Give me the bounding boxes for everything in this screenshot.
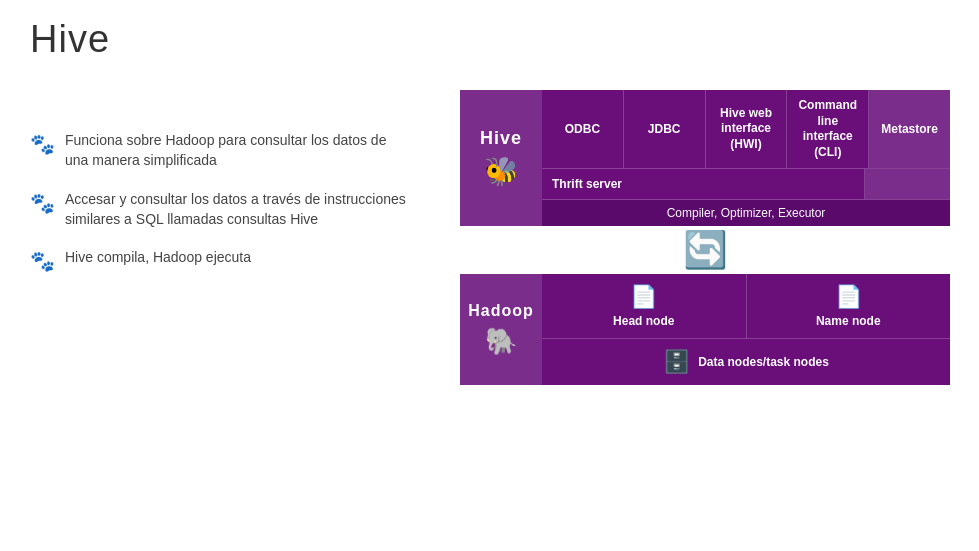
thrift-row: Thrift server [542,169,950,200]
head-node-icon: 📄 [630,284,657,310]
hwi-cell-content: Hive web interface (HWI) [720,106,772,153]
head-node-cell: 📄 Head node [542,274,747,338]
bullet-icon-3: 🐾 [30,249,55,273]
page-title: Hive [30,18,110,61]
bee-icon: 🐝 [484,155,519,188]
architecture-diagram: Hive 🐝 ODBC JDBC Hive web interface (HWI… [460,90,950,385]
bullet-text-3: Hive compila, Hadoop ejecuta [65,247,251,267]
hadoop-top-row: 📄 Head node 📄 Name node [542,274,950,339]
metastore-cell: Metastore [869,90,950,168]
hwi-subtitle: interface [721,121,771,137]
metastore-spacer [865,169,950,199]
compiler-row: Compiler, Optimizer, Executor [542,200,950,226]
bullet-text-1: Funciona sobre Hadoop para consultar los… [65,130,410,171]
hwi-title: Hive web [720,106,772,122]
hive-label-box: Hive 🐝 [460,90,542,226]
compiler-text: Compiler, Optimizer, Executor [667,206,826,220]
bullets-section: 🐾 Funciona sobre Hadoop para consultar l… [30,130,410,291]
name-node-icon: 📄 [835,284,862,310]
hadoop-section: Hadoop 🐘 📄 Head node 📄 Name node 🗄️ Data… [460,274,950,385]
bullet-text-2: Accesar y consultar los datos a través d… [65,189,410,230]
cli-cell: Command line interface (CLI) [787,90,869,168]
hive-label: Hive [480,128,522,149]
cli-subtitle: line [817,114,838,130]
odbc-cell: ODBC [542,90,624,168]
data-nodes-row: 🗄️ Data nodes/task nodes [542,339,950,385]
hadoop-content: 📄 Head node 📄 Name node 🗄️ Data nodes/ta… [542,274,950,385]
hadoop-label: Hadoop [468,302,534,320]
elephant-icon: 🐘 [485,326,517,357]
list-item: 🐾 Accesar y consultar los datos a través… [30,189,410,230]
head-node-label: Head node [613,314,674,328]
cli-subtitle2: interface [803,129,853,145]
list-item: 🐾 Funciona sobre Hadoop para consultar l… [30,130,410,171]
list-item: 🐾 Hive compila, Hadoop ejecuta [30,247,410,273]
cli-abbr: (CLI) [814,145,841,161]
hive-section: Hive 🐝 ODBC JDBC Hive web interface (HWI… [460,90,950,226]
cli-cell-content: Command line interface (CLI) [798,98,857,160]
hive-top-row: ODBC JDBC Hive web interface (HWI) Comma… [542,90,950,169]
hwi-cell: Hive web interface (HWI) [706,90,788,168]
sync-area: 🔄 [460,226,950,274]
hadoop-label-box: Hadoop 🐘 [460,274,542,385]
bullet-icon-1: 🐾 [30,132,55,156]
data-node-icon: 🗄️ [663,349,690,375]
name-node-label: Name node [816,314,881,328]
hwi-abbr: (HWI) [730,137,761,153]
hive-content: ODBC JDBC Hive web interface (HWI) Comma… [542,90,950,226]
thrift-cell: Thrift server [542,169,865,199]
sync-icon: 🔄 [683,229,728,271]
cli-title: Command [798,98,857,114]
name-node-cell: 📄 Name node [747,274,951,338]
bullet-icon-2: 🐾 [30,191,55,215]
jdbc-cell: JDBC [624,90,706,168]
data-nodes-label: Data nodes/task nodes [698,355,829,369]
